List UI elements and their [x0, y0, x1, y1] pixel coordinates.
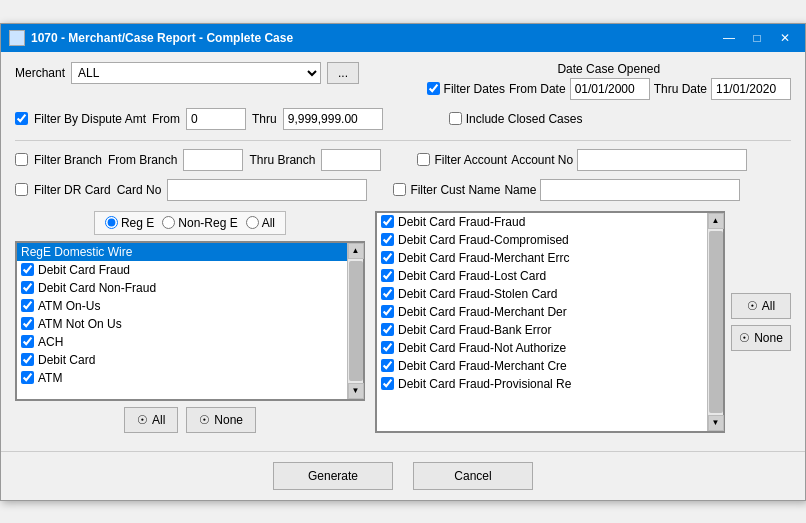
from-branch-label: From Branch — [108, 153, 177, 167]
merchant-label: Merchant — [15, 66, 65, 80]
card-no-label: Card No — [117, 183, 162, 197]
list-item[interactable]: ACH — [17, 333, 347, 351]
account-no-label: Account No — [511, 153, 573, 167]
radio-group: Reg E Non-Reg E All — [94, 211, 286, 235]
filter-branch-checkbox[interactable] — [15, 153, 28, 166]
scroll-thumb[interactable] — [349, 261, 363, 381]
none-icon: ☉ — [739, 331, 750, 345]
list-item[interactable]: Debit Card Fraud-Not Authorize — [377, 339, 707, 357]
close-button[interactable]: ✕ — [773, 28, 797, 48]
right-listbox-scrollbar[interactable]: ▲ ▼ — [707, 213, 723, 431]
from-branch-input[interactable] — [183, 149, 243, 171]
list-item[interactable]: Debit Card Fraud-Stolen Card — [377, 285, 707, 303]
dispute-from-input[interactable] — [186, 108, 246, 130]
scroll-down-arrow[interactable]: ▼ — [348, 383, 364, 399]
dispute-thru-input[interactable] — [283, 108, 383, 130]
merchant-section: Merchant ALL ... — [15, 62, 359, 84]
date-section: Date Case Opened Filter Dates From Date … — [427, 62, 791, 100]
thru-branch-label: Thru Branch — [249, 153, 315, 167]
window-title: 1070 - Merchant/Case Report - Complete C… — [31, 31, 293, 45]
main-window: 1070 - Merchant/Case Report - Complete C… — [0, 23, 806, 501]
list-item[interactable]: Debit Card Fraud-Provisional Re — [377, 375, 707, 393]
thru-date-label: Thru Date — [654, 82, 707, 96]
all-icon: ☉ — [137, 413, 148, 427]
list-item[interactable]: Debit Card Fraud-Bank Error — [377, 321, 707, 339]
date-case-opened-label: Date Case Opened — [557, 62, 660, 76]
scroll-thumb[interactable] — [709, 231, 723, 413]
account-no-input[interactable] — [577, 149, 747, 171]
thru-branch-input[interactable] — [321, 149, 381, 171]
include-closed-checkbox[interactable] — [449, 112, 462, 125]
maximize-button[interactable]: □ — [745, 28, 769, 48]
merchant-dots-button[interactable]: ... — [327, 62, 359, 84]
dispute-from-label: From — [152, 112, 180, 126]
list-item[interactable]: Debit Card Fraud-Merchant Errc — [377, 249, 707, 267]
filter-account-label: Filter Account — [434, 153, 507, 167]
card-no-input[interactable] — [167, 179, 367, 201]
merchant-select[interactable]: ALL — [71, 62, 321, 84]
right-btn-group: ☉ All ☉ None — [731, 211, 791, 433]
list-item[interactable]: Debit Card Fraud-Fraud — [377, 213, 707, 231]
app-icon — [9, 30, 25, 46]
filter-cust-name-label: Filter Cust Name — [410, 183, 500, 197]
filter-dates-label: Filter Dates — [444, 82, 505, 96]
scroll-up-arrow[interactable]: ▲ — [708, 213, 724, 229]
name-label: Name — [504, 183, 536, 197]
footer: Generate Cancel — [1, 451, 805, 500]
name-input[interactable] — [540, 179, 740, 201]
list-item[interactable]: Debit Card Fraud-Lost Card — [377, 267, 707, 285]
left-listbox-scrollbar[interactable]: ▲ ▼ — [347, 243, 363, 399]
list-item[interactable]: Debit Card Non-Fraud — [17, 279, 347, 297]
all-icon: ☉ — [747, 299, 758, 313]
list-item[interactable]: Debit Card Fraud — [17, 261, 347, 279]
title-bar: 1070 - Merchant/Case Report - Complete C… — [1, 24, 805, 52]
right-none-button[interactable]: ☉ None — [731, 325, 791, 351]
right-listbox: Debit Card Fraud-Fraud Debit Card Fraud-… — [375, 211, 725, 433]
radio-rege[interactable]: Reg E — [105, 216, 154, 230]
window-content: Merchant ALL ... Date Case Opened Filter… — [1, 52, 805, 443]
none-icon: ☉ — [199, 413, 210, 427]
right-panel: Debit Card Fraud-Fraud Debit Card Fraud-… — [375, 211, 791, 433]
left-panel: Reg E Non-Reg E All — [15, 211, 365, 433]
scroll-up-arrow[interactable]: ▲ — [348, 243, 364, 259]
list-item[interactable]: Debit Card Fraud-Compromised — [377, 231, 707, 249]
list-item[interactable]: Debit Card Fraud-Merchant Cre — [377, 357, 707, 375]
left-listbox: RegE Domestic Wire Debit Card Fraud Debi… — [15, 241, 365, 401]
list-item[interactable]: Debit Card Fraud-Merchant Der — [377, 303, 707, 321]
filter-cust-name-checkbox[interactable] — [393, 183, 406, 196]
filter-account-checkbox[interactable] — [417, 153, 430, 166]
list-item[interactable]: RegE Domestic Wire — [17, 243, 347, 261]
left-all-button[interactable]: ☉ All — [124, 407, 178, 433]
list-item[interactable]: ATM On-Us — [17, 297, 347, 315]
filter-dispute-checkbox[interactable] — [15, 112, 28, 125]
filter-branch-label: Filter Branch — [34, 153, 102, 167]
right-all-button[interactable]: ☉ All — [731, 293, 791, 319]
list-item[interactable]: ATM — [17, 369, 347, 387]
filter-dispute-label: Filter By Dispute Amt — [34, 112, 146, 126]
filter-dates-checkbox[interactable] — [427, 82, 440, 95]
cancel-button[interactable]: Cancel — [413, 462, 533, 490]
dispute-thru-label: Thru — [252, 112, 277, 126]
radio-non-rege[interactable]: Non-Reg E — [162, 216, 237, 230]
from-date-label: From Date — [509, 82, 566, 96]
minimize-button[interactable]: — — [717, 28, 741, 48]
left-none-button[interactable]: ☉ None — [186, 407, 256, 433]
from-date-input[interactable] — [570, 78, 650, 100]
list-item[interactable]: ATM Not On Us — [17, 315, 347, 333]
divider-1 — [15, 140, 791, 141]
scroll-down-arrow[interactable]: ▼ — [708, 415, 724, 431]
filter-dr-card-checkbox[interactable] — [15, 183, 28, 196]
bottom-section: Reg E Non-Reg E All — [15, 211, 791, 433]
generate-button[interactable]: Generate — [273, 462, 393, 490]
include-closed-label: Include Closed Cases — [466, 112, 583, 126]
include-closed-section: Include Closed Cases — [449, 112, 583, 126]
thru-date-input[interactable] — [711, 78, 791, 100]
radio-all[interactable]: All — [246, 216, 275, 230]
list-item[interactable]: Debit Card — [17, 351, 347, 369]
filter-dr-card-label: Filter DR Card — [34, 183, 111, 197]
